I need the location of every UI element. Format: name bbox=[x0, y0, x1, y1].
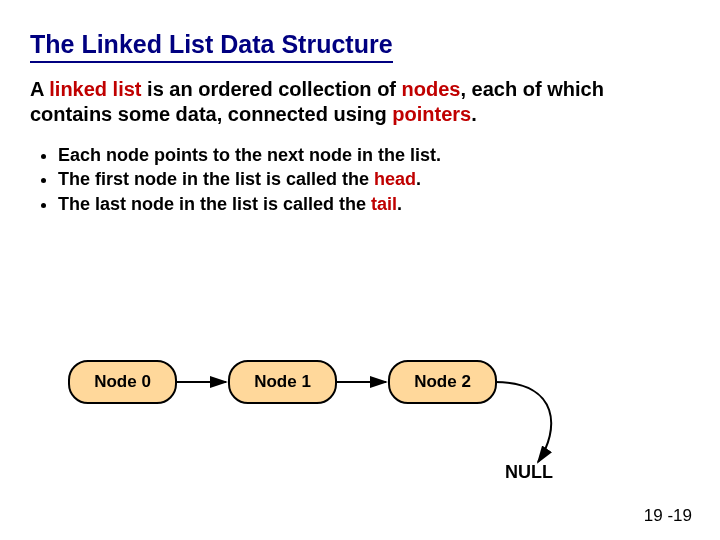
bullet-post: . bbox=[397, 194, 402, 214]
slide-title: The Linked List Data Structure bbox=[30, 30, 393, 63]
bullet-pre: The last node in the list is called the bbox=[58, 194, 371, 214]
linked-list-diagram: Node 0 Node 1 Node 2 NULL bbox=[0, 360, 720, 490]
bullet-pre: Each node points to the next node in the… bbox=[58, 145, 441, 165]
null-label: NULL bbox=[505, 462, 553, 483]
list-item: The first node in the list is called the… bbox=[58, 167, 690, 191]
list-item: The last node in the list is called the … bbox=[58, 192, 690, 216]
bullet-kw: head bbox=[374, 169, 416, 189]
arrows bbox=[0, 360, 720, 490]
bullet-post: . bbox=[416, 169, 421, 189]
kw-pointers: pointers bbox=[392, 103, 471, 125]
bullet-pre: The first node in the list is called the bbox=[58, 169, 374, 189]
para-t4: . bbox=[471, 103, 477, 125]
bullet-list: Each node points to the next node in the… bbox=[58, 143, 690, 216]
para-t1: A bbox=[30, 78, 49, 100]
kw-linked-list: linked list bbox=[49, 78, 141, 100]
bullet-kw: tail bbox=[371, 194, 397, 214]
para-t2: is an ordered collection of bbox=[142, 78, 402, 100]
intro-paragraph: A linked list is an ordered collection o… bbox=[30, 77, 690, 127]
list-item: Each node points to the next node in the… bbox=[58, 143, 690, 167]
arrow-2-null bbox=[495, 382, 551, 462]
kw-nodes: nodes bbox=[402, 78, 461, 100]
page-number: 19 -19 bbox=[644, 506, 692, 526]
